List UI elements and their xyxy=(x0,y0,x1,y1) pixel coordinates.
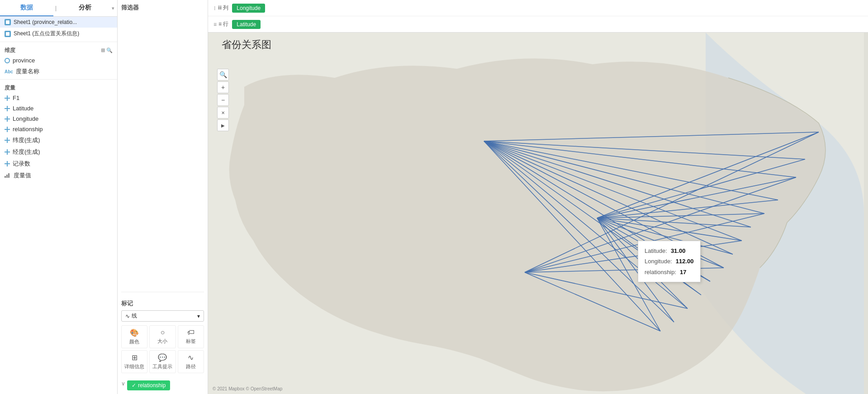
marks-section: 标记 ∿ 线 ▾ 🎨 颜色 ○ 大小 🏷 标签 xyxy=(121,299,204,390)
marks-buttons: 🎨 颜色 ○ 大小 🏷 标签 ⊞ 详细信息 💬 工具提示 xyxy=(121,325,204,373)
left-panel: 数据 | 分析 ▾ Sheet1 (province_relatio... Sh… xyxy=(0,0,118,394)
zoom-in-button[interactable]: + xyxy=(217,81,229,93)
color-button[interactable]: 🎨 颜色 xyxy=(121,325,147,348)
dim-measure-name[interactable]: Abc 度量名称 xyxy=(0,66,117,77)
tooltip-longitude-val: 112.00 xyxy=(676,256,694,266)
search-map-button[interactable]: 🔍 xyxy=(217,69,229,81)
tag-check-icon: ✓ xyxy=(132,382,136,389)
rows-row: ≡ ≡ 行 Latitude xyxy=(208,16,868,33)
tooltip-relationship-val: 17 xyxy=(680,267,686,277)
label-icon: 🏷 xyxy=(187,328,194,337)
right-panel: ⫶ iii 列 Longitude ≡ ≡ 行 Latitude 省份关系图 xyxy=(208,0,868,394)
datasource-2[interactable]: Sheet1 (五点位置关系信息) xyxy=(0,28,117,40)
size-icon: ○ xyxy=(161,328,165,337)
cross-icon xyxy=(5,106,10,111)
viz-area: 省份关系图 xyxy=(208,33,868,394)
size-button[interactable]: ○ 大小 xyxy=(149,325,175,348)
relationship-tag[interactable]: ✓ relationship xyxy=(127,380,170,390)
tab-analysis[interactable]: 分析 xyxy=(58,0,112,16)
columns-label: ⫶ iii 列 xyxy=(213,4,228,12)
reset-button[interactable]: ✕ xyxy=(217,107,229,119)
columns-row: ⫶ iii 列 Longitude xyxy=(208,0,868,16)
marks-label: 标记 xyxy=(121,299,204,308)
col-icon: ⫶ xyxy=(213,5,216,11)
dim-province[interactable]: province xyxy=(0,55,117,66)
circle-icon xyxy=(5,58,10,63)
measures-section: 度量 xyxy=(0,81,117,93)
map-controls: 🔍 + − ✕ ▶ xyxy=(217,69,229,131)
detail-button[interactable]: ⊞ 详细信息 xyxy=(121,350,147,373)
left-panel-tabs: 数据 | 分析 ▾ xyxy=(0,0,117,17)
path-button[interactable]: ∿ 路径 xyxy=(178,350,204,373)
tooltip-latitude-row: Latitude: 31.00 xyxy=(645,246,694,256)
measure-value[interactable]: 度量值 xyxy=(0,170,117,181)
section-icons: ⊞ 🔍 xyxy=(101,47,113,53)
measure-f1[interactable]: F1 xyxy=(0,93,117,103)
filter-label: 筛选器 xyxy=(121,4,204,12)
measure-latitude[interactable]: Latitude xyxy=(0,103,117,114)
cross-icon xyxy=(5,116,10,122)
marks-type-select[interactable]: ∿ 线 ▾ xyxy=(121,310,204,322)
tab-separator: | xyxy=(53,0,58,16)
path-icon: ∿ xyxy=(188,353,194,362)
measure-record-count[interactable]: 记录数 xyxy=(0,158,117,170)
cross-icon xyxy=(5,149,10,155)
tooltip-longitude-row: Longitude: 112.00 xyxy=(645,256,694,266)
chevron-icon: ▾ xyxy=(197,313,200,319)
tooltip: Latitude: 31.00 Longitude: 112.00 relati… xyxy=(638,241,701,282)
rows-label: ≡ ≡ 行 xyxy=(213,20,228,28)
tooltip-button[interactable]: 💬 工具提示 xyxy=(149,350,175,373)
cross-icon xyxy=(5,161,10,166)
tooltip-icon: 💬 xyxy=(158,353,167,362)
columns-pill[interactable]: Longitude xyxy=(232,4,265,13)
abc-icon: Abc xyxy=(5,69,13,74)
datasource-icon xyxy=(5,19,11,25)
measure-longitude[interactable]: Longitude xyxy=(0,114,117,124)
measure-lat-gen[interactable]: 纬度(生成) xyxy=(0,134,117,146)
zoom-out-button[interactable]: − xyxy=(217,94,229,106)
map-svg xyxy=(208,33,868,394)
map-container[interactable]: 🔍 + − ✕ ▶ Latitude: 31.00 Longitude: 112… xyxy=(208,33,868,394)
tooltip-relationship-key: relationship: xyxy=(645,267,676,277)
tooltip-latitude-key: Latitude: xyxy=(645,246,667,256)
detail-icon: ⊞ xyxy=(132,353,138,362)
measure-relationship[interactable]: relationship xyxy=(0,124,117,134)
line-icon: ∿ xyxy=(125,313,130,319)
bar-icon xyxy=(5,173,11,178)
dimensions-section: 维度 ⊞ 🔍 xyxy=(0,44,117,55)
datasource-1[interactable]: Sheet1 (province_relatio... xyxy=(0,17,117,28)
viz-title: 省份关系图 xyxy=(222,38,271,52)
label-button[interactable]: 🏷 标签 xyxy=(178,325,204,348)
tag-expand-icon: ∨ xyxy=(121,380,125,387)
tab-data[interactable]: 数据 xyxy=(0,0,53,16)
expand-button[interactable]: ▶ xyxy=(217,119,229,131)
cross-icon xyxy=(5,138,10,143)
tooltip-longitude-key: Longitude: xyxy=(645,256,672,266)
color-icon: 🎨 xyxy=(130,328,139,337)
row-icon: ≡ xyxy=(213,21,217,28)
rows-pill[interactable]: Latitude xyxy=(232,20,261,29)
cross-icon xyxy=(5,127,10,132)
datasource-icon-2 xyxy=(5,31,11,37)
map-copyright: © 2021 Mapbox © OpenStreetMap xyxy=(213,386,282,391)
tooltip-latitude-val: 31.00 xyxy=(671,246,686,256)
tooltip-relationship-row: relationship: 17 xyxy=(645,267,694,277)
panel-options: ▾ xyxy=(112,0,117,16)
cross-icon xyxy=(5,95,10,101)
middle-panel: 筛选器 标记 ∿ 线 ▾ 🎨 颜色 ○ 大小 🏷 xyxy=(118,0,208,394)
measure-lon-gen[interactable]: 经度(生成) xyxy=(0,146,117,158)
